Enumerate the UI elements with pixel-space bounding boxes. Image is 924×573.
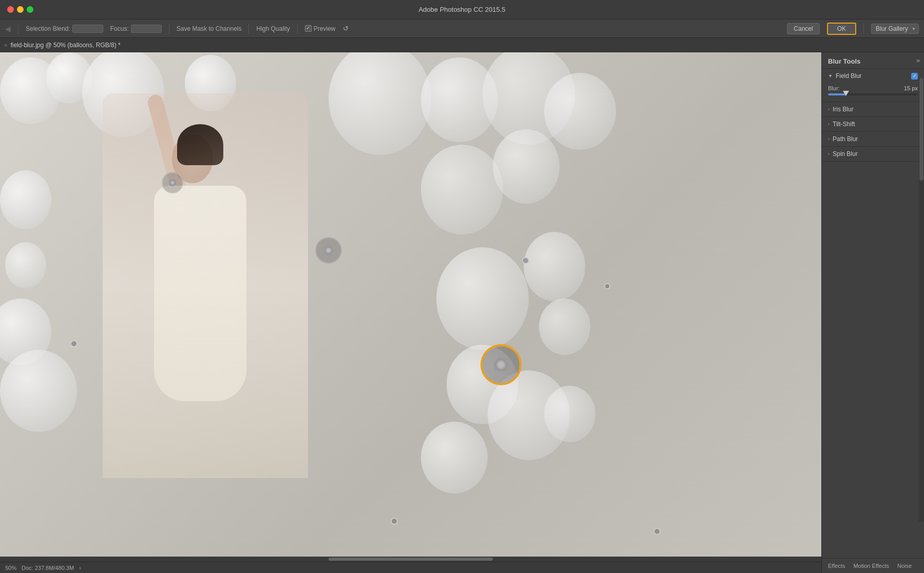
toolbar: ◀ Selection Blend: Focus: Save Mask to C… [0, 19, 924, 38]
tab-label: field-blur.jpg @ 50% (balloons, RGB/8) * [10, 42, 120, 49]
blur-gallery-select[interactable]: Blur Gallery [871, 24, 919, 34]
balloon-9 [0, 170, 51, 229]
balloon-21 [421, 422, 488, 493]
scrollbar-thumb[interactable] [329, 558, 493, 561]
blur-pin-5[interactable] [604, 283, 611, 290]
balloon-8 [544, 73, 616, 150]
cancel-button[interactable]: Cancel [787, 23, 819, 34]
blur-pin-2[interactable] [315, 237, 342, 264]
iris-blur-chevron: › [828, 107, 830, 112]
blur-pin-2-ring [315, 237, 342, 264]
field-blur-name: Field Blur [836, 72, 911, 80]
blur-pin-3[interactable] [522, 257, 529, 264]
noise-tab[interactable]: Noise [895, 562, 914, 570]
spin-blur-section: › Spin Blur [822, 147, 924, 162]
tilt-shift-name: Tilt-Shift [833, 121, 918, 128]
blur-pin-7[interactable] [391, 518, 398, 525]
app-title: Adobe Photoshop CC 2015.5 [418, 6, 505, 13]
effects-tab[interactable]: Effects [826, 562, 847, 570]
panel-header: Blur Tools [822, 52, 924, 69]
balloon-15 [436, 247, 529, 350]
preview-item[interactable]: Preview [305, 25, 336, 32]
balloon-17 [539, 299, 590, 355]
balloon-16 [524, 232, 585, 301]
field-blur-checkbox[interactable] [911, 73, 918, 80]
selection-blend-input[interactable] [72, 25, 103, 33]
spin-blur-header[interactable]: › Spin Blur [822, 147, 924, 161]
panel-scrollbar-thumb[interactable] [919, 78, 923, 181]
blur-pin-1-center [169, 179, 176, 186]
spin-blur-chevron: › [828, 151, 830, 156]
tab-row: × field-blur.jpg @ 50% (balloons, RGB/8)… [0, 38, 924, 52]
iris-blur-header[interactable]: › Iris Blur [822, 102, 924, 116]
blur-pin-4-dot [70, 340, 78, 347]
blur-pin-1-ring [162, 172, 183, 193]
panel-expand-button[interactable]: » [916, 56, 920, 64]
blur-pin-active-ring [480, 344, 522, 385]
blur-pin-active-center [494, 358, 508, 372]
focus-label: Focus: [110, 25, 129, 32]
focus-item: Focus: [110, 25, 162, 33]
toolbar-divider-4 [297, 24, 298, 34]
tilt-shift-section: › Tilt-Shift [822, 117, 924, 132]
back-icon: ◀ [5, 25, 11, 33]
doc-info: Doc: 237.8M/480.3M [22, 565, 74, 571]
path-blur-section: › Path Blur [822, 132, 924, 147]
tilt-shift-header[interactable]: › Tilt-Shift [822, 117, 924, 131]
status-bar: 50% Doc: 237.8M/480.3M › [0, 562, 821, 573]
balloon-14 [493, 129, 560, 204]
high-quality-label: High Quality [256, 25, 290, 32]
toolbar-divider-2 [169, 24, 169, 34]
blur-pin-1[interactable] [162, 172, 183, 193]
main-layout: 50% Doc: 237.8M/480.3M › Blur Tools » ▼ … [0, 52, 924, 573]
field-blur-chevron: ▼ [828, 73, 833, 78]
save-mask-label: Save Mask to Channels [177, 25, 242, 32]
field-blur-header[interactable]: ▼ Field Blur [822, 69, 924, 83]
preview-checkbox[interactable] [305, 25, 312, 32]
blur-label: Blur: [828, 85, 840, 91]
motion-effects-tab[interactable]: Motion Effects [851, 562, 891, 570]
hair [177, 124, 223, 165]
balloon-12 [0, 350, 77, 432]
window-controls[interactable] [0, 6, 33, 13]
tilt-shift-chevron: › [828, 122, 830, 127]
panel-scrollbar[interactable] [919, 78, 924, 522]
toolbar-divider-5 [863, 24, 864, 34]
blur-pin-2-center [324, 246, 333, 255]
minimize-button[interactable] [17, 6, 24, 13]
preview-label: Preview [314, 25, 336, 32]
canvas-area[interactable]: 50% Doc: 237.8M/480.3M › [0, 52, 821, 573]
woman-figure-area [103, 93, 308, 478]
tab-close-button[interactable]: × [4, 42, 7, 48]
canvas-scrollbar[interactable] [0, 557, 821, 562]
panel-title: Blur Tools [828, 57, 860, 65]
blur-label-row: Blur: 15 px [828, 85, 918, 91]
path-blur-name: Path Blur [833, 135, 918, 143]
blur-gallery-select-wrapper[interactable]: Blur Gallery [871, 24, 919, 34]
field-blur-content: Blur: 15 px [822, 83, 924, 102]
undo-icon[interactable]: ↺ [343, 25, 349, 32]
blur-pin-8-dot [653, 528, 661, 535]
blur-pin-7-dot [391, 518, 398, 525]
focus-input[interactable] [131, 25, 162, 33]
spin-blur-name: Spin Blur [833, 150, 918, 157]
blur-slider-thumb[interactable] [843, 91, 849, 96]
undo-icon-item[interactable]: ↺ [343, 25, 349, 32]
status-arrow[interactable]: › [79, 565, 81, 571]
blur-value: 15 px [904, 85, 918, 91]
blur-pin-8[interactable] [653, 528, 661, 535]
ok-button[interactable]: OK [827, 23, 856, 35]
path-blur-header[interactable]: › Path Blur [822, 132, 924, 146]
blur-pin-4[interactable] [70, 340, 78, 347]
selection-blend-item: Selection Blend: [26, 25, 103, 33]
blur-pin-3-dot [522, 257, 529, 264]
dress [154, 186, 246, 401]
iris-blur-section: › Iris Blur [822, 102, 924, 117]
maximize-button[interactable] [27, 6, 33, 13]
balloon-20 [544, 386, 595, 442]
blur-slider-track[interactable] [828, 93, 918, 95]
iris-blur-name: Iris Blur [833, 106, 918, 113]
close-button[interactable] [7, 6, 14, 13]
blur-pin-active[interactable] [480, 344, 522, 385]
save-mask-item: Save Mask to Channels [177, 25, 242, 32]
